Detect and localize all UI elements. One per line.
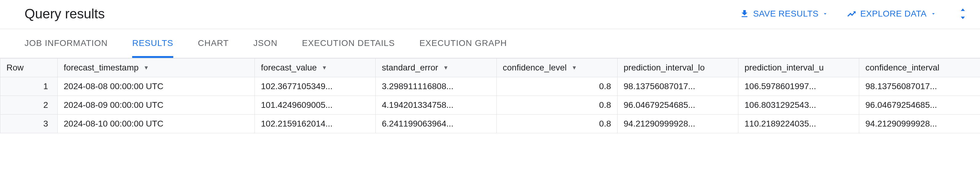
results-table-wrapper: Row forecast_timestamp ▼ forecast_value …: [0, 58, 980, 133]
cell-prediction-interval-lower: 98.13756087017...: [617, 77, 738, 96]
cell-forecast-value: 101.4249609005...: [255, 96, 375, 115]
header-actions: SAVE RESULTS EXPLORE DATA: [740, 8, 968, 20]
tab-chart[interactable]: CHART: [198, 29, 229, 58]
table-row: 32024-08-10 00:00:00 UTC102.2159162014..…: [0, 115, 980, 133]
cell-forecast-timestamp: 2024-08-09 00:00:00 UTC: [57, 96, 255, 115]
cell-confidence-interval: 94.21290999928...: [859, 115, 980, 133]
column-header-confidence-level[interactable]: confidence_level ▼: [496, 59, 617, 77]
cell-prediction-interval-upper: 110.2189224035...: [738, 115, 859, 133]
page-title: Query results: [24, 6, 105, 21]
column-label: Row: [6, 63, 24, 72]
tab-job-information[interactable]: JOB INFORMATION: [24, 29, 108, 58]
column-label: standard_error: [382, 63, 438, 73]
cell-standard-error: 4.194201334758...: [375, 96, 496, 115]
dropdown-icon: [930, 11, 937, 17]
column-header-confidence-interval[interactable]: confidence_interval: [859, 59, 980, 77]
tab-execution-details[interactable]: EXECUTION DETAILS: [302, 29, 395, 58]
sort-dropdown-icon: ▼: [322, 65, 327, 71]
cell-confidence-level: 0.8: [496, 77, 617, 96]
cell-forecast-value: 102.2159162014...: [255, 115, 375, 133]
tab-json[interactable]: JSON: [253, 29, 277, 58]
column-label: prediction_interval_lo: [624, 63, 705, 73]
column-label: prediction_interval_u: [745, 63, 824, 73]
cell-standard-error: 3.298911116808...: [375, 77, 496, 96]
cell-confidence-interval: 96.04679254685...: [859, 96, 980, 115]
cell-row-number: 3: [0, 115, 58, 133]
cell-row-number: 2: [0, 96, 58, 115]
column-header-standard-error[interactable]: standard_error ▼: [375, 59, 496, 77]
tab-results[interactable]: RESULTS: [132, 29, 173, 58]
results-header: Query results SAVE RESULTS EXPLORE DATA: [0, 0, 980, 29]
cell-prediction-interval-upper: 106.8031292543...: [738, 96, 859, 115]
save-results-label: SAVE RESULTS: [753, 9, 818, 19]
dropdown-icon: [822, 11, 828, 17]
sort-dropdown-icon: ▼: [143, 65, 149, 71]
download-icon: [740, 9, 749, 19]
expand-collapse-button[interactable]: [955, 8, 968, 20]
cell-confidence-level: 0.8: [496, 115, 617, 133]
sort-dropdown-icon: ▼: [571, 65, 577, 71]
column-header-prediction-interval-upper[interactable]: prediction_interval_u: [738, 59, 859, 77]
cell-confidence-level: 0.8: [496, 96, 617, 115]
cell-confidence-interval: 98.13756087017...: [859, 77, 980, 96]
cell-forecast-value: 102.3677105349...: [255, 77, 375, 96]
table-header-row: Row forecast_timestamp ▼ forecast_value …: [0, 59, 980, 77]
column-header-forecast-value[interactable]: forecast_value ▼: [255, 59, 375, 77]
chart-icon: [846, 9, 856, 19]
results-table: Row forecast_timestamp ▼ forecast_value …: [0, 58, 980, 133]
unfold-icon: [958, 8, 968, 20]
cell-forecast-timestamp: 2024-08-10 00:00:00 UTC: [57, 115, 255, 133]
column-header-row[interactable]: Row: [0, 59, 58, 77]
column-label: forecast_value: [261, 63, 317, 73]
table-row: 12024-08-08 00:00:00 UTC102.3677105349..…: [0, 77, 980, 96]
column-label: confidence_level: [503, 63, 567, 73]
sort-dropdown-icon: ▼: [443, 65, 449, 71]
save-results-button[interactable]: SAVE RESULTS: [740, 9, 828, 19]
column-label: confidence_interval: [865, 63, 939, 73]
tab-execution-graph[interactable]: EXECUTION GRAPH: [420, 29, 507, 58]
column-header-prediction-interval-lower[interactable]: prediction_interval_lo: [617, 59, 738, 77]
explore-data-button[interactable]: EXPLORE DATA: [846, 9, 937, 19]
cell-row-number: 1: [0, 77, 58, 96]
explore-data-label: EXPLORE DATA: [860, 9, 927, 19]
column-header-forecast-timestamp[interactable]: forecast_timestamp ▼: [57, 59, 255, 77]
table-row: 22024-08-09 00:00:00 UTC101.4249609005..…: [0, 96, 980, 115]
cell-prediction-interval-lower: 96.04679254685...: [617, 96, 738, 115]
cell-prediction-interval-upper: 106.5978601997...: [738, 77, 859, 96]
cell-prediction-interval-lower: 94.21290999928...: [617, 115, 738, 133]
column-label: forecast_timestamp: [64, 63, 138, 73]
cell-standard-error: 6.241199063964...: [375, 115, 496, 133]
results-tabs: JOB INFORMATION RESULTS CHART JSON EXECU…: [0, 29, 980, 58]
cell-forecast-timestamp: 2024-08-08 00:00:00 UTC: [57, 77, 255, 96]
